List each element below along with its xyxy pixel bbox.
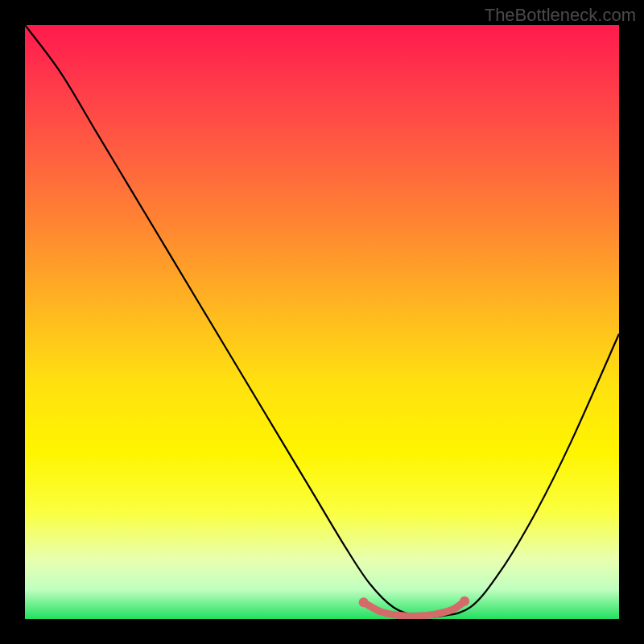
chart-svg	[25, 25, 619, 619]
watermark-text: TheBottleneck.com	[485, 5, 636, 26]
optimal-range-marker-line	[364, 601, 464, 617]
bottleneck-curve-line	[25, 25, 619, 617]
optimal-range-start-dot	[359, 597, 369, 607]
optimal-range-end-dot	[460, 597, 469, 606]
chart-plot-area	[25, 25, 619, 619]
